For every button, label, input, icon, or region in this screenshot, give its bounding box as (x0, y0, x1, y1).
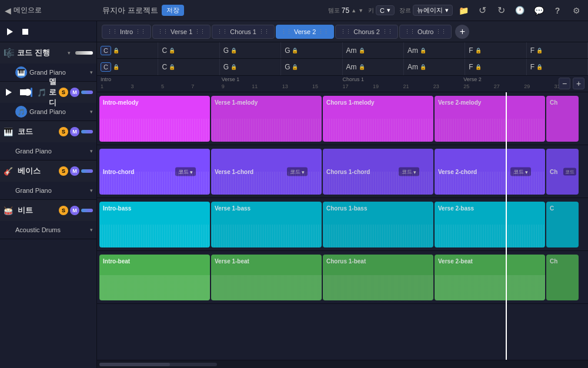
chord-cell-1-3[interactable]: G 🔒 (220, 42, 281, 58)
chord-cell-2-4[interactable]: G 🔒 (281, 59, 342, 75)
chord-cell-1-1[interactable]: C 🔒 (97, 42, 158, 58)
chord-segment-verse1[interactable]: Verse 1-chord 코드 ▾ (211, 149, 322, 195)
melody-segment-ch[interactable]: Ch (546, 96, 579, 142)
section-outro[interactable]: ⋮⋮ Outro ⋮⋮ (399, 25, 452, 39)
stop-button[interactable] (20, 26, 31, 37)
chord-s-button[interactable]: S (59, 127, 68, 136)
bass-volume-knob[interactable] (81, 169, 93, 173)
section-verse1[interactable]: ⋮⋮ Verse 1 ⋮⋮ (152, 25, 211, 39)
track-section-melody: 🎵 멜로디 S M 🎵 Grand Piano ▾ (0, 82, 96, 121)
zoom-in-button[interactable]: + (573, 78, 584, 89)
section-chorus1[interactable]: ⋮⋮ Chorus 1 ⋮⋮ (212, 25, 275, 39)
chord-cell-1-4[interactable]: G 🔒 (281, 42, 342, 58)
settings-icon[interactable]: ⚙ (569, 4, 583, 18)
beat-chorus1-label: Chorus 1-beat (326, 258, 366, 265)
redo-icon[interactable]: ↻ (494, 4, 508, 18)
beat-s-button[interactable]: S (59, 206, 68, 215)
chord-segment-chorus1[interactable]: Chorus 1-chord 코드 ▾ (323, 149, 433, 195)
track-section-beat: 🥁 비트 S M Acoustic Drums ▾ (0, 200, 96, 239)
play-button[interactable] (5, 26, 15, 37)
chord-cell-1-8[interactable]: F 🔒 (527, 42, 588, 58)
melody-volume-knob[interactable] (81, 91, 93, 94)
chord-instrument-dropdown2[interactable]: ▾ (90, 148, 93, 154)
melody-segment-chorus1[interactable]: Chorus 1-melody (323, 96, 433, 142)
back-label[interactable]: 메인으로 (14, 5, 42, 15)
genre-select[interactable]: 뉴에이지 ▾ (413, 5, 453, 16)
chord-segment-ch[interactable]: Ch 코드 (546, 149, 579, 195)
chord-lane: Intro-chord 코드 ▾ Verse 1-chord 코드 ▾ Chor… (97, 145, 588, 198)
beat-segment-chorus1[interactable]: Chorus 1-beat (323, 255, 433, 300)
chord-cell-2-6[interactable]: Am 🔒 (404, 59, 465, 75)
section-verse2[interactable]: ⋮⋮ Verse 2 ⋮⋮ (276, 25, 334, 39)
bass-m-button[interactable]: M (70, 166, 79, 176)
bass-segment-c[interactable]: C (546, 202, 579, 247)
chord-cell-2-7[interactable]: F 🔒 (465, 59, 526, 75)
beat-volume-knob[interactable] (81, 209, 93, 212)
beat-segment-ch[interactable]: Ch (546, 255, 579, 300)
chord-cell-2-1[interactable]: C 🔒 (97, 59, 158, 75)
chord-m-button[interactable]: M (70, 127, 79, 136)
chord-val-7: F (469, 46, 473, 55)
add-section-button[interactable]: + (455, 25, 469, 39)
beat-instrument-dropdown[interactable]: ▾ (90, 227, 93, 233)
chord-cell-1-5[interactable]: Am 🔒 (343, 42, 404, 58)
chord-cell-2-8[interactable]: F 🔒 (527, 59, 588, 75)
bass-lane: Intro-bass Verse 1-bass Chorus 1-bass Ve… (97, 198, 588, 251)
beat-segment-verse2[interactable]: Verse 2-beat (435, 255, 545, 300)
chord-val-r2-8: F (530, 63, 534, 71)
chord-volume-knob[interactable] (81, 130, 93, 133)
chord-track-header: 🎹 코드 S M (0, 121, 96, 142)
chord-track-name: 코드 (18, 126, 56, 137)
horizontal-scrollbar[interactable] (99, 363, 217, 366)
bass-segment-chorus1[interactable]: Chorus 1-bass (323, 202, 433, 247)
bass-verse2-label: Verse 2-bass (438, 205, 474, 212)
bass-segment-verse2[interactable]: Verse 2-bass (435, 202, 545, 247)
melody-s-button[interactable]: S (59, 88, 68, 97)
chord-knob[interactable] (75, 51, 93, 55)
melody-icon: 🎵 (37, 88, 46, 97)
melody-instrument-dropdown[interactable]: ▾ (90, 109, 93, 115)
tempo-up-arrow[interactable]: ▲ (351, 8, 356, 14)
chat-icon[interactable]: 💬 (532, 4, 546, 18)
melody-segment-verse2[interactable]: Verse 2-melody (435, 96, 545, 142)
bass-segment-verse1[interactable]: Verse 1-bass (211, 202, 322, 247)
bass-instrument-dropdown[interactable]: ▾ (90, 188, 93, 193)
chord-cell-1-7[interactable]: F 🔒 (465, 42, 526, 58)
melody-toggle[interactable] (31, 88, 32, 97)
chord-segment-verse2[interactable]: Verse 2-chord 코드 ▾ (435, 149, 545, 195)
melody-segment-intro[interactable]: Intro-melody (99, 96, 210, 142)
section-intro[interactable]: ⋮⋮ Intro ⋮⋮ (102, 25, 151, 39)
chord-cell-2-5[interactable]: Am 🔒 (343, 59, 404, 75)
section-outro-drag: ⋮⋮ (405, 29, 415, 35)
chord-cell-2-3[interactable]: G 🔒 (220, 59, 281, 75)
chord-icon: 🎼 (4, 48, 15, 58)
melody-ch-label: Ch (550, 99, 557, 106)
beat-segment-verse1[interactable]: Verse 1-beat (211, 255, 322, 300)
bass-segment-intro[interactable]: Intro-bass (99, 202, 210, 247)
chord-val-8: F (530, 46, 534, 55)
folder-icon[interactable]: 📁 (456, 4, 470, 18)
melody-play-button[interactable] (4, 87, 14, 98)
bass-s-button[interactable]: S (59, 166, 68, 176)
melody-m-button[interactable]: M (70, 88, 79, 97)
chord-val-3: G (223, 46, 229, 55)
beat-m-button[interactable]: M (70, 206, 79, 215)
chord-segment-intro[interactable]: Intro-chord 코드 ▾ (99, 149, 210, 195)
melody-segment-verse1[interactable]: Verse 1-melody (211, 96, 322, 142)
chord-instrument-dropdown[interactable]: ▾ (90, 69, 93, 75)
tempo-down-arrow[interactable]: ▼ (358, 8, 363, 14)
section-chorus2[interactable]: ⋮⋮ Chorus 2 ⋮⋮ (335, 25, 398, 39)
chord-dropdown-icon[interactable]: ▾ (68, 50, 71, 56)
beat-track-name: 비트 (18, 205, 56, 216)
history-icon[interactable]: 🕐 (513, 4, 527, 18)
beat-segment-intro[interactable]: Intro-beat (99, 255, 210, 300)
chord-cell-1-6[interactable]: Am 🔒 (404, 42, 465, 58)
chord-cell-1-2[interactable]: C 🔒 (158, 42, 219, 58)
bass-lane-inner: Intro-bass Verse 1-bass Chorus 1-bass Ve… (97, 198, 588, 250)
chord-cell-2-2[interactable]: C 🔒 (158, 59, 219, 75)
zoom-out-button[interactable]: − (559, 78, 570, 89)
save-button[interactable]: 저장 (162, 5, 184, 16)
key-select[interactable]: C ▾ (376, 5, 395, 15)
undo-icon[interactable]: ↺ (475, 4, 489, 18)
help-icon[interactable]: ? (550, 4, 564, 18)
